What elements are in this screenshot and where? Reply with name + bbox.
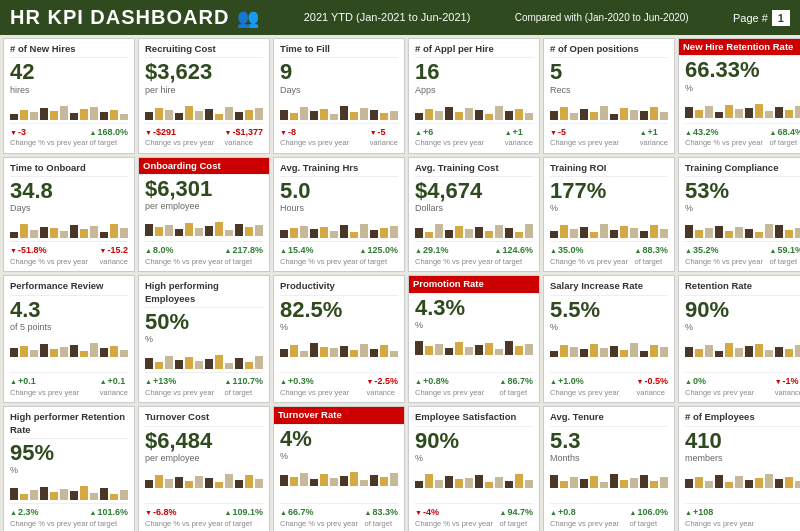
card-title-9: Avg. Training Cost <box>415 162 533 177</box>
kpi-card-5: New Hire Retention Rate 66.33% % 43.2% C… <box>678 38 800 154</box>
card-footer-left-8: 15.4% Change % vs prev year <box>280 244 358 267</box>
card-value-15: 4.3% <box>415 296 533 320</box>
page-number: 1 <box>772 10 790 26</box>
kpi-card-14: Productivity 82.5% % +0.3% Change vs pre… <box>273 275 405 403</box>
card-footer-left-1: -$291 Change vs prev year <box>145 126 214 149</box>
kpi-card-16: Salary Increase Rate 5.5% % +1.0% Change… <box>543 275 675 403</box>
card-title-18: High performer Retention Rate <box>10 411 128 439</box>
card-footer-right-4: +1 variance <box>640 126 668 149</box>
kpi-card-22: Avg. Tenure 5.3 Months +0.8 Change vs pr… <box>543 406 675 531</box>
card-unit-15: % <box>415 320 533 330</box>
card-footer-13: +13% Change vs prev year 110.7% of targe… <box>145 372 263 398</box>
card-footer-21: -4% Change % vs prev year 94.7% of targe… <box>415 503 533 529</box>
card-footer-right-3: +1 variance <box>505 126 533 149</box>
card-footer-3: +6 Change vs prev year +1 variance <box>415 123 533 149</box>
card-footer-17: 0% Change vs prev year -1% variance <box>685 372 800 398</box>
card-value-6: 34.8 <box>10 179 128 203</box>
card-footer-left-13: +13% Change vs prev year <box>145 375 214 398</box>
kpi-card-1: Recruiting Cost $3,623 per hire -$291 Ch… <box>138 38 270 154</box>
kpi-card-6: Time to Onboard 34.8 Days -51.8% Change … <box>3 157 135 273</box>
card-title-22: Avg. Tenure <box>550 411 668 426</box>
card-footer-left-7: 8.0% Change % vs prev year <box>145 244 223 267</box>
kpi-card-10: Training ROI 177% % 35.0% Change % vs pr… <box>543 157 675 273</box>
card-footer-right-2: -5 variance <box>370 126 398 149</box>
card-footer-left-23: +108 Change vs prev year <box>685 506 754 529</box>
card-footer-left-9: 29.1% Change % vs prev year <box>415 244 493 267</box>
card-unit-16: % <box>550 322 668 332</box>
card-unit-1: per hire <box>145 85 263 95</box>
card-title-11: Training Compliance <box>685 162 800 177</box>
kpi-card-2: Time to Fill 9 Days -8 Change vs prev ye… <box>273 38 405 154</box>
card-footer-2: -8 Change vs prev year -5 variance <box>280 123 398 149</box>
card-footer-10: 35.0% Change % vs prev year 88.3% of tar… <box>550 241 668 267</box>
kpi-card-23: # of Employees 410 members +108 Change v… <box>678 406 800 531</box>
card-footer-left-18: 2.3% Change % vs prev year <box>10 506 88 529</box>
kpi-card-19: Turnover Cost $6,484 per employee -6.8% … <box>138 406 270 531</box>
card-footer-left-5: 43.2% Change % vs prev year <box>685 126 763 149</box>
card-title-20: Turnover Rate <box>274 407 404 424</box>
kpi-card-7: Onboarding Cost $6,301 per employee 8.0%… <box>138 157 270 273</box>
card-value-14: 82.5% <box>280 298 398 322</box>
card-footer-right-10: 88.3% of target <box>635 244 668 267</box>
card-footer-right-15: 86.7% of target <box>500 375 533 398</box>
card-value-12: 4.3 <box>10 298 128 322</box>
card-footer-right-9: 124.6% of target <box>495 244 533 267</box>
card-footer-12: +0.1 Change vs prev year +0.1 variance <box>10 372 128 398</box>
card-value-18: 95% <box>10 441 128 465</box>
kpi-card-3: # of Appl per Hire 16 Apps +6 Change vs … <box>408 38 540 154</box>
card-unit-5: % <box>685 83 800 93</box>
card-footer-right-5: 68.4% of target <box>770 126 800 149</box>
card-value-13: 50% <box>145 310 263 334</box>
kpi-card-20: Turnover Rate 4% % 66.7% Change % vs pre… <box>273 406 405 531</box>
card-value-2: 9 <box>280 60 398 84</box>
kpi-card-12: Performance Review 4.3 of 5 points +0.1 … <box>3 275 135 403</box>
card-value-10: 177% <box>550 179 668 203</box>
header-page: Page # 1 <box>733 10 790 26</box>
card-unit-7: per employee <box>145 201 263 211</box>
card-footer-20: 66.7% Change % vs prev year 83.3% of tar… <box>280 503 398 529</box>
card-value-21: 90% <box>415 429 533 453</box>
card-unit-3: Apps <box>415 85 533 95</box>
card-footer-11: 35.2% Change % vs prev year 59.1% of tar… <box>685 241 800 267</box>
card-unit-11: % <box>685 203 800 213</box>
card-footer-9: 29.1% Change % vs prev year 124.6% of ta… <box>415 241 533 267</box>
card-footer-right-0: 168.0% of target <box>90 126 128 149</box>
card-footer-left-22: +0.8 Change vs prev year <box>550 506 619 529</box>
card-footer-right-14: -2.5% variance <box>367 375 398 398</box>
card-unit-13: % <box>145 334 263 344</box>
card-unit-10: % <box>550 203 668 213</box>
card-footer-6: -51.8% Change % vs prev year -15.2 varia… <box>10 241 128 267</box>
card-title-10: Training ROI <box>550 162 668 177</box>
kpi-card-11: Training Compliance 53% % 35.2% Change %… <box>678 157 800 273</box>
card-footer-left-2: -8 Change vs prev year <box>280 126 349 149</box>
card-footer-right-11: 59.1% of target <box>770 244 800 267</box>
card-unit-18: % <box>10 465 128 475</box>
card-title-15: Promotion Rate <box>409 276 539 293</box>
card-footer-right-13: 110.7% of target <box>225 375 263 398</box>
card-unit-19: per employee <box>145 453 263 463</box>
card-footer-right-16: -0.5% variance <box>637 375 668 398</box>
card-footer-left-12: +0.1 Change vs prev year <box>10 375 79 398</box>
card-value-19: $6,484 <box>145 429 263 453</box>
card-value-3: 16 <box>415 60 533 84</box>
card-unit-4: Recs <box>550 85 668 95</box>
card-unit-8: Hours <box>280 203 398 213</box>
kpi-card-9: Avg. Training Cost $4,674 Dollars 29.1% … <box>408 157 540 273</box>
card-title-7: Onboarding Cost <box>139 158 269 175</box>
card-footer-left-0: -3 Change % vs prev year <box>10 126 88 149</box>
card-unit-12: of 5 points <box>10 322 128 332</box>
people-icon: 👥 <box>237 7 259 29</box>
card-unit-23: members <box>685 453 800 463</box>
card-value-9: $4,674 <box>415 179 533 203</box>
card-footer-right-21: 94.7% of target <box>500 506 533 529</box>
card-unit-0: hires <box>10 85 128 95</box>
card-footer-19: -6.8% Change % vs prev year 109.1% of ta… <box>145 503 263 529</box>
card-footer-right-7: 217.8% of target <box>225 244 263 267</box>
card-unit-2: Days <box>280 85 398 95</box>
card-footer-right-12: +0.1 variance <box>100 375 128 398</box>
card-footer-right-22: 106.0% of target <box>630 506 668 529</box>
card-footer-1: -$291 Change vs prev year -$1,377 varian… <box>145 123 263 149</box>
card-footer-left-15: +0.8% Change vs prev year <box>415 375 484 398</box>
kpi-card-17: Retention Rate 90% % 0% Change vs prev y… <box>678 275 800 403</box>
card-footer-right-8: 125.0% of target <box>360 244 398 267</box>
